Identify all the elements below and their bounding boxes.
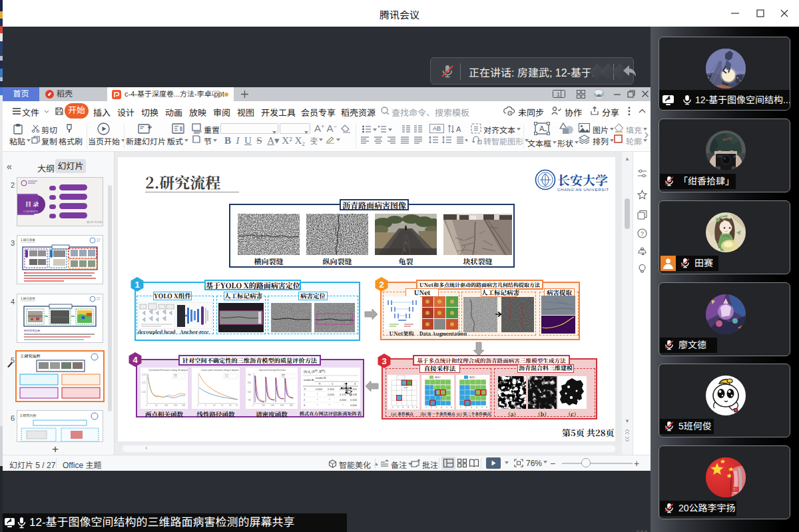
svg-text:0.000: 0.000 <box>340 398 347 401</box>
svg-text:CONTENTS: CONTENTS <box>23 210 38 213</box>
svg-text:100: 100 <box>164 404 168 407</box>
svg-text:4: 4 <box>407 406 409 409</box>
svg-text:5: 5 <box>446 406 447 409</box>
svg-text:0.000: 0.000 <box>328 393 335 396</box>
svg-text:A: A <box>456 125 461 133</box>
svg-text:0.25: 0.25 <box>142 374 146 376</box>
svg-text:1: 1 <box>134 280 139 290</box>
svg-text:3: 3 <box>435 406 437 409</box>
svg-text:6: 6 <box>486 406 487 409</box>
svg-text:model B: model B <box>316 376 326 380</box>
svg-text:0.000: 0.000 <box>316 388 323 391</box>
svg-text:4: 4 <box>476 406 477 409</box>
svg-text:3: 3 <box>402 406 403 409</box>
svg-text:400: 400 <box>271 404 274 407</box>
svg-text:3.研究内容: 3.研究内容 <box>20 413 36 417</box>
svg-text:0.15: 0.15 <box>142 382 146 384</box>
svg-text:50: 50 <box>155 404 158 407</box>
svg-text:1.研究现状: 1.研究现状 <box>21 297 35 300</box>
svg-text:1: 1 <box>425 406 427 409</box>
svg-text:0.000: 0.000 <box>350 403 358 407</box>
svg-text:4: 4 <box>441 406 442 409</box>
svg-text:5: 5 <box>412 406 413 409</box>
svg-text:20: 20 <box>229 404 232 407</box>
svg-text:0.05: 0.05 <box>142 391 146 394</box>
svg-text:1: 1 <box>460 406 461 409</box>
svg-text:6: 6 <box>451 406 452 409</box>
svg-text:Tl: Tl <box>304 388 306 391</box>
svg-text:10: 10 <box>213 404 216 407</box>
svg-text:2.研究流程: 2.研究流程 <box>21 353 41 359</box>
svg-text:3: 3 <box>382 356 386 366</box>
svg-text:model A: model A <box>304 378 314 382</box>
svg-text:1: 1 <box>392 406 394 409</box>
svg-text:780: 780 <box>248 399 251 401</box>
svg-text:0.164: 0.164 <box>350 398 358 401</box>
svg-text:1.研究背景: 1.研究背景 <box>21 238 35 242</box>
svg-text:2: 2 <box>431 406 432 409</box>
svg-text:200: 200 <box>262 404 265 407</box>
svg-text:2: 2 <box>465 406 467 409</box>
svg-text:模态#: 模态# <box>435 376 441 379</box>
svg-text:600: 600 <box>280 404 284 407</box>
svg-text:800: 800 <box>290 404 293 407</box>
svg-text:0.320: 0.320 <box>328 388 335 391</box>
svg-text:15: 15 <box>221 404 224 407</box>
svg-text:Tl: Tl <box>318 382 321 386</box>
svg-text:3: 3 <box>471 406 472 409</box>
svg-text:长安大学: 长安大学 <box>557 170 608 188</box>
svg-text:25: 25 <box>236 404 238 407</box>
svg-text:860: 860 <box>248 382 251 384</box>
svg-text:Correlation Functions along 30: Correlation Functions along 30 degree <box>148 369 188 372</box>
svg-text:研究现状总结:: 研究现状总结: <box>24 329 41 332</box>
svg-text:6: 6 <box>416 406 417 409</box>
svg-text:Linear path functions along 0: Linear path functions along 0 degree <box>201 369 239 372</box>
svg-text:P?: P? <box>404 386 408 390</box>
svg-text:200: 200 <box>182 404 185 407</box>
svg-text:A: A <box>539 125 545 133</box>
svg-text:5: 5 <box>481 406 483 409</box>
svg-text:Spectral Density Function: Spectral Density Function <box>259 369 286 372</box>
svg-text:CHANG'AN UNIVERSITY: CHANG'AN UNIVERSITY <box>557 187 609 192</box>
svg-text:模态1: 模态1 <box>469 376 475 379</box>
svg-text:?: ? <box>641 230 644 237</box>
svg-text:2: 2 <box>379 280 384 290</box>
svg-text:第2页 共28页: 第2页 共28页 <box>87 220 103 224</box>
svg-text:150: 150 <box>174 404 177 407</box>
svg-text:目 录: 目 录 <box>25 200 39 208</box>
svg-text:820: 820 <box>248 391 251 394</box>
svg-text:1: 1 <box>557 91 560 98</box>
svg-text:900: 900 <box>248 374 251 376</box>
svg-text:2: 2 <box>398 406 399 409</box>
svg-text:4: 4 <box>133 355 138 365</box>
